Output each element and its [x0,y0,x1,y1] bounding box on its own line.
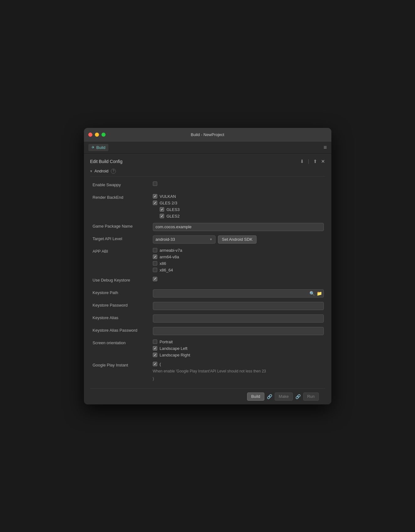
target-api-value: android-33 [156,237,175,242]
keystore-alias-controls [153,314,324,323]
link-icon-2: 🔗 [295,394,301,399]
screen-orientation-controls: Portrait Landscape Left Landscape Right [153,340,324,357]
enable-swappy-controls [153,182,324,186]
keystore-alias-row: Keystore Alias [90,314,324,323]
portrait-checkbox[interactable] [153,340,157,344]
minimize-button[interactable] [95,133,99,137]
build-tab-label: Build [96,145,106,150]
build-button[interactable]: Build [247,392,264,401]
landscape-right-row: Landscape Right [153,353,324,357]
gles3-row: GLES3 [160,207,324,212]
window-title: Build - NewProject [191,132,224,137]
import-icon[interactable]: ⬇ [300,159,304,164]
panel-header: Edit Build Config ⬇ | ⬆ ✕ [90,159,325,164]
app-abi-label: APP ABI [90,248,153,254]
use-debug-keystore-controls [153,277,324,281]
google-play-instant-row: Google Play Instant ( When enable 'Googl… [90,362,324,382]
google-play-instant-note-text: When enable 'Google Play Instant'API Lev… [153,369,266,373]
screen-orientation-label: Screen orientation [90,340,153,345]
maximize-button[interactable] [101,133,106,137]
google-play-instant-close: ) [153,377,154,381]
make-button[interactable]: Make [275,392,293,401]
target-api-dropdown[interactable]: android-33 ▼ [153,235,215,244]
render-backend-controls: VULKAN GLES 2/3 GLES3 GLES2 [153,194,324,219]
android-help-icon[interactable]: ? [111,169,116,174]
gles23-row: GLES 2/3 [153,201,324,205]
google-play-instant-label: Google Play Instant [90,362,153,367]
keystore-path-label: Keystore Path [90,289,153,295]
portrait-label: Portrait [160,340,173,344]
run-button[interactable]: Run [303,392,319,401]
vulkan-checkbox[interactable] [153,194,157,198]
keystore-alias-password-input[interactable] [153,327,324,335]
armeabi-v7a-label: armeabi-v7a [160,248,182,253]
gles23-label: GLES 2/3 [160,201,177,205]
keystore-search-icon[interactable]: 🔍 [309,291,315,296]
game-package-input[interactable] [153,223,324,231]
arm64-v8a-checkbox[interactable] [153,255,157,259]
landscape-left-label: Landscape Left [160,346,188,351]
set-android-sdk-button[interactable]: Set Android SDK [218,235,257,244]
keystore-path-icons: 🔍 📁 [309,291,322,296]
keystore-password-input[interactable] [153,302,324,310]
build-tab-icon: ✈ [91,145,95,150]
keystore-alias-password-row: Keystore Alias Password [90,327,324,335]
target-api-row: Target API Level android-33 ▼ Set Androi… [90,235,324,244]
section-chevron[interactable]: ▾ [90,169,92,173]
landscape-right-checkbox[interactable] [153,353,157,357]
build-tab[interactable]: ✈ Build [88,144,109,151]
target-api-label: Target API Level [90,235,153,241]
keystore-alias-label: Keystore Alias [90,314,153,320]
gles2-label: GLES2 [167,214,180,219]
use-debug-keystore-checkbox[interactable] [153,277,157,281]
google-play-instant-close-row: ) [153,376,324,382]
gles2-checkbox[interactable] [160,214,164,218]
enable-swappy-checkbox[interactable] [153,182,157,186]
x86-row: x86 [153,261,324,266]
panel-header-icons: ⬇ | ⬆ ✕ [300,159,325,164]
landscape-left-checkbox[interactable] [153,346,157,350]
traffic-lights [88,133,106,137]
keystore-folder-icon[interactable]: 📁 [317,291,322,296]
dropdown-arrow-icon: ▼ [210,238,213,241]
link-icon-1: 🔗 [267,394,272,399]
toolbar-menu-icon[interactable]: ≡ [324,144,327,151]
close-button[interactable] [88,133,92,137]
google-play-instant-note: When enable 'Google Play Instant'API Lev… [153,368,324,374]
landscape-left-row: Landscape Left [153,346,324,351]
bottom-bar: Build 🔗 Make 🔗 Run [90,388,325,404]
target-api-select-row: android-33 ▼ Set Android SDK [153,235,324,244]
panel: Edit Build Config ⬇ | ⬆ ✕ ▾ Android ? En… [84,154,331,404]
main-window: Build - NewProject ✈ Build ≡ Edit Build … [84,128,331,404]
x86-checkbox[interactable] [153,261,157,266]
titlebar: Build - NewProject [84,128,331,142]
close-panel-icon[interactable]: ✕ [321,159,325,164]
keystore-alias-password-controls [153,327,324,335]
gles2-row: GLES2 [160,214,324,219]
keystore-alias-input[interactable] [153,314,324,323]
google-play-instant-checkbox[interactable] [153,362,157,366]
game-package-row: Game Package Name [90,223,324,231]
toolbar: ✈ Build ≡ [84,142,331,154]
app-abi-row: APP ABI armeabi-v7a arm64-v8a x86 [90,248,324,272]
armeabi-v7a-checkbox[interactable] [153,248,157,252]
game-package-controls [153,223,324,231]
use-debug-keystore-row: Use Debug Keystore [90,277,324,285]
google-play-instant-open: ( [160,362,161,366]
game-package-label: Game Package Name [90,223,153,229]
gles3-label: GLES3 [167,207,180,212]
gles23-checkbox[interactable] [153,201,157,205]
section-android-label: Android [95,169,109,173]
vulkan-row: VULKAN [153,194,324,199]
gles3-checkbox[interactable] [160,207,164,212]
export-icon[interactable]: ⬆ [313,159,317,164]
x86-64-checkbox[interactable] [153,268,157,272]
keystore-password-row: Keystore Password [90,302,324,310]
keystore-path-input[interactable] [153,289,324,298]
arm64-v8a-label: arm64-v8a [160,255,179,259]
keystore-path-controls: 🔍 📁 [153,289,324,298]
armeabi-v7a-row: armeabi-v7a [153,248,324,253]
use-debug-keystore-label: Use Debug Keystore [90,277,153,282]
screen-orientation-row: Screen orientation Portrait Landscape Le… [90,340,324,357]
keystore-alias-password-label: Keystore Alias Password [90,327,153,333]
